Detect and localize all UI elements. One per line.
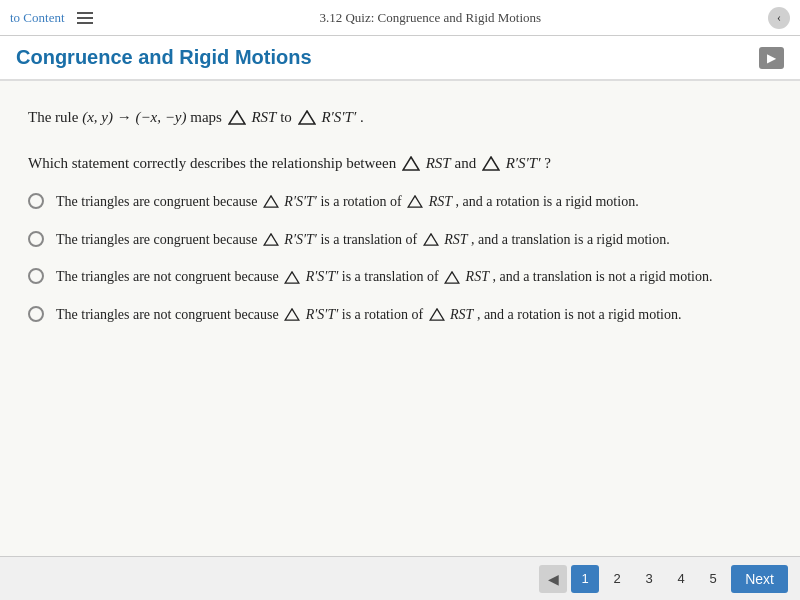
option-item-3: The triangles are not congruent because … bbox=[28, 266, 772, 288]
tri-opt3b bbox=[444, 266, 460, 288]
page-header-title: Congruence and Rigid Motions bbox=[16, 46, 312, 69]
svg-marker-2 bbox=[403, 157, 419, 170]
svg-marker-6 bbox=[264, 234, 278, 245]
page-button-5[interactable]: 5 bbox=[699, 565, 727, 593]
tri-opt2a bbox=[263, 229, 279, 251]
triangle-icon-1 bbox=[228, 105, 246, 129]
header-button[interactable]: ▶ bbox=[759, 47, 784, 69]
tri-opt3a bbox=[284, 266, 300, 288]
rule-statement: The rule (x, y) → (−x, −y) maps RST to R… bbox=[28, 105, 772, 129]
page-button-1[interactable]: 1 bbox=[571, 565, 599, 593]
svg-marker-11 bbox=[430, 309, 444, 320]
svg-marker-1 bbox=[299, 111, 315, 124]
tri-opt4a bbox=[284, 304, 300, 326]
page-button-3[interactable]: 3 bbox=[635, 565, 663, 593]
radio-button-4[interactable] bbox=[28, 306, 44, 322]
top-bar-arrow[interactable]: ‹ bbox=[768, 7, 790, 29]
page-button-2[interactable]: 2 bbox=[603, 565, 631, 593]
options-list: The triangles are congruent because R′S′… bbox=[28, 191, 772, 326]
option-text-2: The triangles are congruent because R′S′… bbox=[56, 229, 772, 251]
option-item-2: The triangles are congruent because R′S′… bbox=[28, 229, 772, 251]
svg-marker-3 bbox=[483, 157, 499, 170]
pagination-bar: ◀ 1 2 3 4 5 Next bbox=[0, 556, 800, 600]
svg-marker-9 bbox=[445, 272, 459, 283]
svg-marker-0 bbox=[229, 111, 245, 124]
option-item-4: The triangles are not congruent because … bbox=[28, 304, 772, 326]
radio-button-3[interactable] bbox=[28, 268, 44, 284]
svg-marker-8 bbox=[285, 272, 299, 283]
svg-marker-10 bbox=[285, 309, 299, 320]
radio-button-1[interactable] bbox=[28, 193, 44, 209]
option-text-3: The triangles are not congruent because … bbox=[56, 266, 772, 288]
prev-page-button[interactable]: ◀ bbox=[539, 565, 567, 593]
triangle-icon-3 bbox=[402, 151, 420, 175]
tri-opt1b bbox=[407, 191, 423, 213]
top-bar-left: to Content bbox=[10, 10, 93, 26]
back-link[interactable]: to Content bbox=[10, 10, 65, 26]
triangle-icon-4 bbox=[482, 151, 500, 175]
tri-opt2b bbox=[423, 229, 439, 251]
svg-marker-4 bbox=[264, 196, 278, 207]
next-button[interactable]: Next bbox=[731, 565, 788, 593]
which-statement: Which statement correctly describes the … bbox=[28, 151, 772, 175]
page-button-4[interactable]: 4 bbox=[667, 565, 695, 593]
option-text-1: The triangles are congruent because R′S′… bbox=[56, 191, 772, 213]
triangle-icon-2 bbox=[298, 105, 316, 129]
main-content: The rule (x, y) → (−x, −y) maps RST to R… bbox=[0, 81, 800, 595]
tri-opt4b bbox=[429, 304, 445, 326]
menu-icon[interactable] bbox=[77, 12, 93, 24]
svg-marker-5 bbox=[408, 196, 422, 207]
option-text-4: The triangles are not congruent because … bbox=[56, 304, 772, 326]
page-header: Congruence and Rigid Motions ▶ bbox=[0, 36, 800, 81]
top-bar: to Content 3.12 Quiz: Congruence and Rig… bbox=[0, 0, 800, 36]
top-bar-title: 3.12 Quiz: Congruence and Rigid Motions bbox=[93, 10, 768, 26]
tri-opt1a bbox=[263, 191, 279, 213]
svg-marker-7 bbox=[424, 234, 438, 245]
radio-button-2[interactable] bbox=[28, 231, 44, 247]
option-item-1: The triangles are congruent because R′S′… bbox=[28, 191, 772, 213]
